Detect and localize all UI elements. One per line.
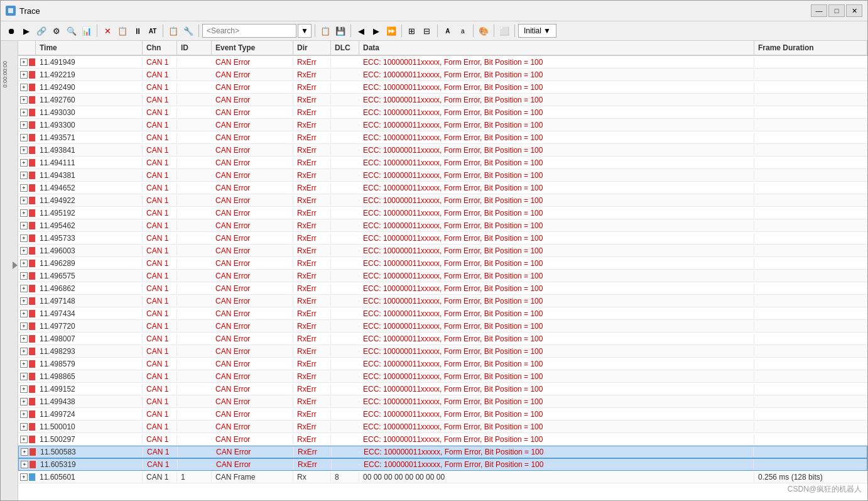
table-row[interactable]: + 11.492219 CAN 1 CAN Error RxErr ECC: 1… xyxy=(18,69,867,81)
expand-icon-17[interactable]: + xyxy=(20,272,28,280)
td-expander-33[interactable]: + xyxy=(18,473,36,482)
tb-export-btn[interactable]: 💾 xyxy=(334,24,347,38)
th-id[interactable]: ID xyxy=(177,41,212,55)
expand-icon-18[interactable]: + xyxy=(20,285,28,292)
table-row[interactable]: + 11.496289 CAN 1 CAN Error RxErr ECC: 1… xyxy=(18,257,867,270)
tb-at-btn[interactable]: AT xyxy=(146,24,160,38)
table-row[interactable]: + 11.498579 CAN 1 CAN Error RxErr ECC: 1… xyxy=(18,358,867,370)
tb-pause-btn[interactable]: ⏸ xyxy=(131,24,144,38)
td-expander-24[interactable]: + xyxy=(18,360,36,368)
expand-icon-4[interactable]: + xyxy=(20,109,28,116)
tb-jump-btn[interactable]: ⏩ xyxy=(384,24,398,38)
table-row[interactable]: + 11.496003 CAN 1 CAN Error RxErr ECC: 1… xyxy=(18,245,867,257)
tb-play-btn[interactable]: ▶ xyxy=(19,24,33,38)
td-expander-5[interactable]: + xyxy=(18,121,36,129)
td-expander-14[interactable]: + xyxy=(18,234,36,243)
table-row[interactable]: + 11.493030 CAN 1 CAN Error RxErr ECC: 1… xyxy=(18,106,867,119)
table-row[interactable]: + 11.493571 CAN 1 CAN Error RxErr ECC: 1… xyxy=(18,131,867,144)
td-expander-8[interactable]: + xyxy=(18,158,36,167)
td-expander-30[interactable]: + xyxy=(18,435,36,444)
expand-icon-1[interactable]: + xyxy=(20,71,28,79)
table-row[interactable]: + 11.605319 CAN 1 CAN Error RxErr ECC: 1… xyxy=(18,458,867,471)
td-expander-7[interactable]: + xyxy=(18,146,36,155)
table-row[interactable]: + 11.497434 CAN 1 CAN Error RxErr ECC: 1… xyxy=(18,307,867,320)
table-row[interactable]: + 11.498865 CAN 1 CAN Error RxErr ECC: 1… xyxy=(18,370,867,383)
table-row[interactable]: + 11.495462 CAN 1 CAN Error RxErr ECC: 1… xyxy=(18,219,867,232)
expand-icon-12[interactable]: + xyxy=(20,209,28,217)
th-event[interactable]: Event Type xyxy=(212,41,293,55)
table-row[interactable]: + 11.493841 CAN 1 CAN Error RxErr ECC: 1… xyxy=(18,144,867,157)
td-expander-32[interactable]: + xyxy=(19,460,36,469)
table-row[interactable]: + 11.498007 CAN 1 CAN Error RxErr ECC: 1… xyxy=(18,333,867,345)
table-row[interactable]: + 11.494652 CAN 1 CAN Error RxErr ECC: 1… xyxy=(18,182,867,194)
td-expander-26[interactable]: + xyxy=(18,385,36,394)
th-time[interactable]: Time xyxy=(36,41,143,55)
expand-icon-11[interactable]: + xyxy=(20,197,28,204)
table-row[interactable]: + 11.494381 CAN 1 CAN Error RxErr ECC: 1… xyxy=(18,169,867,182)
close-button[interactable]: ✕ xyxy=(846,4,862,17)
search-input[interactable] xyxy=(202,24,296,38)
table-body[interactable]: + 11.491949 CAN 1 CAN Error RxErr ECC: 1… xyxy=(18,56,867,500)
td-expander-4[interactable]: + xyxy=(18,108,36,117)
expand-icon-14[interactable]: + xyxy=(20,234,28,242)
tb-clear-btn[interactable]: 📋 xyxy=(116,24,129,38)
td-expander-27[interactable]: + xyxy=(18,397,36,406)
search-dropdown-btn[interactable]: ▼ xyxy=(298,24,312,38)
expand-icon-24[interactable]: + xyxy=(20,360,28,368)
expand-icon-28[interactable]: + xyxy=(20,410,28,418)
expand-icon-23[interactable]: + xyxy=(20,348,28,355)
expand-icon-21[interactable]: + xyxy=(20,322,28,330)
expand-icon-3[interactable]: + xyxy=(20,96,28,104)
expand-icon-0[interactable]: + xyxy=(20,58,28,66)
tb-filter-btn[interactable]: 🔍 xyxy=(65,24,79,38)
expand-icon-32[interactable]: + xyxy=(21,461,28,468)
td-expander-28[interactable]: + xyxy=(18,410,36,419)
td-expander-17[interactable]: + xyxy=(18,272,36,280)
table-row[interactable]: + 11.492490 CAN 1 CAN Error RxErr ECC: 1… xyxy=(18,81,867,94)
expand-icon-5[interactable]: + xyxy=(20,121,28,129)
tb-copy-btn[interactable]: 📋 xyxy=(318,24,332,38)
expand-icon-27[interactable]: + xyxy=(20,398,28,405)
td-expander-0[interactable]: + xyxy=(18,58,36,67)
td-expander-9[interactable]: + xyxy=(18,171,36,180)
table-row[interactable]: + 11.495192 CAN 1 CAN Error RxErr ECC: 1… xyxy=(18,207,867,219)
expand-icon-7[interactable]: + xyxy=(20,146,28,154)
table-row[interactable]: + 11.498293 CAN 1 CAN Error RxErr ECC: 1… xyxy=(18,345,867,358)
td-expander-19[interactable]: + xyxy=(18,297,36,306)
expand-icon-16[interactable]: + xyxy=(20,260,28,267)
expand-icon-10[interactable]: + xyxy=(20,184,28,192)
expand-icon-33[interactable]: + xyxy=(20,473,28,481)
tb-connect-btn[interactable]: 🔗 xyxy=(35,24,48,38)
expand-icon-30[interactable]: + xyxy=(20,436,28,443)
tb-back-btn[interactable]: ◀ xyxy=(354,24,368,38)
table-row[interactable]: + 11.500583 CAN 1 CAN Error RxErr ECC: 1… xyxy=(18,446,867,458)
td-expander-1[interactable]: + xyxy=(18,70,36,79)
td-expander-31[interactable]: + xyxy=(19,448,36,456)
th-dir[interactable]: Dir xyxy=(293,41,331,55)
expand-icon-20[interactable]: + xyxy=(20,310,28,317)
tb-color-btn[interactable]: 🎨 xyxy=(477,24,491,38)
table-row[interactable]: + 11.497148 CAN 1 CAN Error RxErr ECC: 1… xyxy=(18,295,867,307)
minimize-button[interactable]: — xyxy=(811,4,827,17)
expand-icon-6[interactable]: + xyxy=(20,134,28,141)
expand-icon-9[interactable]: + xyxy=(20,172,28,179)
td-expander-20[interactable]: + xyxy=(18,309,36,318)
table-row[interactable]: + 11.605601 CAN 1 1 CAN Frame Rx 8 00 00… xyxy=(18,471,867,483)
expand-icon-31[interactable]: + xyxy=(21,448,28,456)
td-expander-11[interactable]: + xyxy=(18,196,36,205)
expand-icon-22[interactable]: + xyxy=(20,335,28,343)
td-expander-22[interactable]: + xyxy=(18,334,36,343)
td-expander-2[interactable]: + xyxy=(18,83,36,92)
table-row[interactable]: + 11.499438 CAN 1 CAN Error RxErr ECC: 1… xyxy=(18,395,867,408)
expand-icon-15[interactable]: + xyxy=(20,247,28,255)
td-expander-21[interactable]: + xyxy=(18,322,36,331)
table-row[interactable]: + 11.496862 CAN 1 CAN Error RxErr ECC: 1… xyxy=(18,282,867,295)
table-row[interactable]: + 11.491949 CAN 1 CAN Error RxErr ECC: 1… xyxy=(18,56,867,69)
table-row[interactable]: + 11.496575 CAN 1 CAN Error RxErr ECC: 1… xyxy=(18,270,867,282)
table-row[interactable]: + 11.497720 CAN 1 CAN Error RxErr ECC: 1… xyxy=(18,320,867,333)
tb-layout2-btn[interactable]: ⊟ xyxy=(420,24,434,38)
expand-icon-29[interactable]: + xyxy=(20,423,28,431)
expand-icon-26[interactable]: + xyxy=(20,385,28,393)
initial-dropdown-btn[interactable]: Initial ▼ xyxy=(518,24,556,38)
table-row[interactable]: + 11.500010 CAN 1 CAN Error RxErr ECC: 1… xyxy=(18,421,867,433)
